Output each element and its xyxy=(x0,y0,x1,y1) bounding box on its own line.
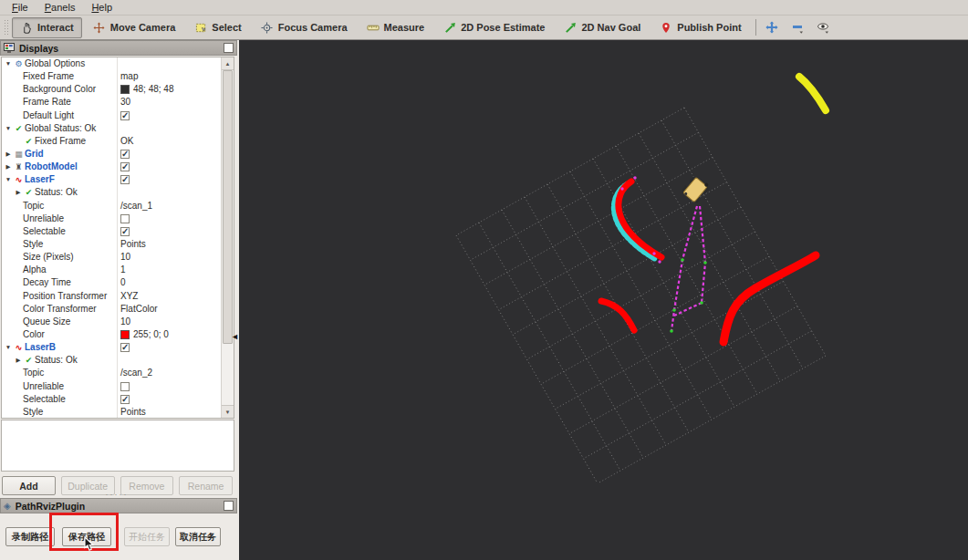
tool-publish-point[interactable]: Publish Point xyxy=(651,17,749,38)
displays-scrollbar[interactable]: ▲ ▼ xyxy=(221,57,234,418)
property-value[interactable]: map xyxy=(120,70,138,83)
toolbar-remove-tool-icon[interactable] xyxy=(787,18,807,36)
property-checkbox[interactable] xyxy=(120,111,130,120)
tree-row-laserb[interactable]: ▼∿LaserB xyxy=(2,341,221,354)
property-checkbox[interactable] xyxy=(120,395,130,404)
tree-row-fixed-frame[interactable]: ✔Fixed FrameOK xyxy=(2,135,221,148)
tree-row-style[interactable]: StylePoints xyxy=(2,238,221,251)
displays-float-button[interactable] xyxy=(224,43,234,53)
tree-row-laserf[interactable]: ▼∿LaserF xyxy=(2,173,221,186)
property-checkbox[interactable] xyxy=(120,162,130,171)
tree-row-fixed-frame[interactable]: Fixed Framemap xyxy=(2,70,221,83)
expander-down-icon[interactable]: ▼ xyxy=(4,57,13,70)
tree-row-queue-size[interactable]: Queue Size10 xyxy=(2,316,221,328)
tree-row-status-ok[interactable]: ▶✔Status: Ok xyxy=(2,354,221,367)
tree-row-frame-rate[interactable]: Frame Rate30 xyxy=(2,96,221,109)
property-checkbox[interactable] xyxy=(120,214,130,223)
tree-row-unreliable[interactable]: Unreliable xyxy=(2,380,221,393)
property-value[interactable]: 48; 48; 48 xyxy=(133,83,173,96)
tree-row-size-pixels[interactable]: Size (Pixels)10 xyxy=(2,251,221,264)
toolbar-add-tool-icon[interactable] xyxy=(762,18,782,36)
3d-viewport[interactable] xyxy=(239,40,968,560)
scroll-up-icon[interactable]: ▲ xyxy=(222,57,234,70)
tree-row-color[interactable]: Color255; 0; 0 xyxy=(2,328,221,341)
panel-splitter-handle[interactable]: ····· xyxy=(0,492,234,497)
tree-row-unreliable[interactable]: Unreliable xyxy=(2,213,221,225)
laser-icon: ∿ xyxy=(13,173,25,186)
displays-icon xyxy=(4,43,15,54)
property-label: Style xyxy=(23,238,43,251)
property-value[interactable]: 255; 0; 0 xyxy=(133,328,169,341)
tree-row-global-status-ok[interactable]: ▼✔Global Status: Ok xyxy=(2,122,221,135)
property-value[interactable]: 10 xyxy=(120,316,130,328)
property-label: Position Transformer xyxy=(23,290,107,303)
dock-collapse-arrow-icon[interactable]: ◄ xyxy=(231,332,239,341)
toolbar-grip[interactable] xyxy=(5,20,8,36)
scrollbar-thumb[interactable] xyxy=(223,70,233,344)
check-icon: ✔ xyxy=(23,186,35,199)
expander-down-icon[interactable]: ▼ xyxy=(4,341,13,354)
property-checkbox[interactable] xyxy=(120,382,130,391)
property-value[interactable]: /scan_1 xyxy=(120,200,152,213)
menu-file[interactable]: File xyxy=(4,1,36,14)
menu-help[interactable]: Help xyxy=(83,1,120,14)
property-value[interactable]: 30 xyxy=(120,96,130,109)
measure-icon xyxy=(367,21,380,34)
expander-down-icon[interactable]: ▼ xyxy=(4,173,13,186)
plugin-button-取消任务[interactable]: 取消任务 xyxy=(175,527,221,546)
property-value[interactable]: /scan_2 xyxy=(120,367,152,379)
property-value[interactable]: OK xyxy=(120,135,133,148)
toolbar-tool-properties-icon[interactable] xyxy=(813,18,833,36)
tree-row-alpha[interactable]: Alpha1 xyxy=(2,264,221,276)
tool-2d-nav-goal[interactable]: 2D Nav Goal xyxy=(557,17,650,38)
property-label: Background Color xyxy=(23,83,96,96)
scroll-down-icon[interactable]: ▼ xyxy=(222,405,234,418)
expander-right-icon[interactable]: ▶ xyxy=(4,161,13,173)
hand-icon xyxy=(20,21,33,34)
expander-right-icon[interactable]: ▶ xyxy=(14,354,23,367)
property-value[interactable]: XYZ xyxy=(120,290,138,303)
tool-measure[interactable]: Measure xyxy=(359,17,433,38)
expander-down-icon[interactable]: ▼ xyxy=(4,122,13,135)
tree-row-robotmodel[interactable]: ▶♜RobotModel xyxy=(2,161,221,173)
property-value[interactable]: 1 xyxy=(120,264,126,276)
tool-move-camera[interactable]: Move Camera xyxy=(85,17,184,38)
plugin-float-button[interactable] xyxy=(224,501,234,511)
color-swatch[interactable] xyxy=(120,330,130,339)
tool-select[interactable]: Select xyxy=(186,17,249,38)
tree-row-default-light[interactable]: Default Light xyxy=(2,109,221,122)
nav-goal-icon xyxy=(565,21,578,34)
property-checkbox[interactable] xyxy=(120,175,130,184)
tool-2d-pose-estimate[interactable]: 2D Pose Estimate xyxy=(435,17,553,38)
tree-row-style[interactable]: StylePoints xyxy=(2,406,221,419)
tree-row-topic[interactable]: Topic/scan_1 xyxy=(2,200,221,213)
expander-right-icon[interactable]: ▶ xyxy=(14,186,23,199)
property-value[interactable]: 0 xyxy=(120,276,126,289)
tree-row-background-color[interactable]: Background Color48; 48; 48 xyxy=(2,83,221,96)
tree-row-selectable[interactable]: Selectable xyxy=(2,225,221,238)
property-value[interactable]: FlatColor xyxy=(120,303,158,316)
property-checkbox[interactable] xyxy=(120,343,130,352)
tree-row-topic[interactable]: Topic/scan_2 xyxy=(2,367,221,379)
expander-right-icon[interactable]: ▶ xyxy=(4,148,13,161)
robot-icon: ♜ xyxy=(13,161,25,173)
tree-row-grid[interactable]: ▶▦Grid xyxy=(2,148,221,161)
tree-row-position-transformer[interactable]: Position TransformerXYZ xyxy=(2,290,221,303)
tool-interact[interactable]: Interact xyxy=(12,17,82,38)
tree-row-color-transformer[interactable]: Color TransformerFlatColor xyxy=(2,303,221,316)
property-value[interactable]: 10 xyxy=(120,251,130,264)
menu-panels[interactable]: Panels xyxy=(36,1,84,14)
property-value[interactable]: Points xyxy=(120,406,146,419)
property-label: Frame Rate xyxy=(23,96,71,109)
tree-row-decay-time[interactable]: Decay Time0 xyxy=(2,276,221,289)
check-icon: ✔ xyxy=(23,135,35,148)
property-checkbox[interactable] xyxy=(120,150,130,159)
plugin-button-录制路径[interactable]: 录制路径 xyxy=(5,527,55,546)
tree-row-status-ok[interactable]: ▶✔Status: Ok xyxy=(2,186,221,199)
property-checkbox[interactable] xyxy=(120,227,130,236)
tree-row-selectable[interactable]: Selectable xyxy=(2,393,221,406)
color-swatch[interactable] xyxy=(120,85,130,94)
property-value[interactable]: Points xyxy=(120,238,146,251)
tool-focus-camera[interactable]: Focus Camera xyxy=(253,17,356,38)
tree-row-global-options[interactable]: ▼⚙Global Options xyxy=(2,57,221,70)
